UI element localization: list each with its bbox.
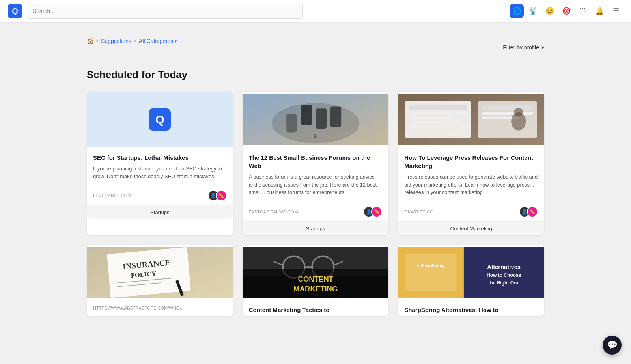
filter-chevron-icon: ▾ <box>541 44 544 50</box>
svg-rect-42 <box>405 254 457 291</box>
shield-icon-btn[interactable]: 🛡 <box>576 4 590 18</box>
breadcrumb-current-label: All Categories <box>139 38 173 44</box>
card-1-source: LEVERABLE.COM <box>93 193 131 198</box>
avatar-edit-2: ✏️ <box>371 206 382 217</box>
card-1-title: SEO for Startups: Lethal Mistakes <box>93 153 227 162</box>
card-3-body: How To Leverage Press Releases For Conte… <box>398 147 544 196</box>
logo[interactable]: Q <box>8 4 22 18</box>
card-2-source: FASTCAPITAL360.COM <box>249 209 298 214</box>
svg-rect-37 <box>243 269 389 298</box>
svg-rect-13 <box>409 117 453 119</box>
card-1-tag-btn[interactable]: Startups <box>87 205 233 219</box>
card-1-image-placeholder: Q <box>87 92 233 147</box>
svg-text:How to Choose: How to Choose <box>487 273 521 278</box>
card-6-title: SharpSpring Alternatives: How to <box>404 306 538 314</box>
breadcrumb-sep-1: > <box>96 38 99 44</box>
card-3-avatars: 👤 ✏️ <box>519 206 538 217</box>
card-1-desc: If you're planning a startup, you need a… <box>93 165 227 180</box>
card-4[interactable]: INSURANCE POLICY https://www.abstractops… <box>87 245 233 316</box>
breadcrumb-sep-2: > <box>134 38 136 44</box>
card-1-logo: Q <box>149 108 171 131</box>
breadcrumb-row: 🏠 > Suggestions > All Categories ▾ Filte… <box>87 38 544 57</box>
globe-icon-btn[interactable]: 🌐 <box>510 4 524 18</box>
svg-rect-17 <box>482 105 533 110</box>
header-icons: 🌐 📡 😊 🎯 🛡 🔔 ☰ <box>510 4 623 18</box>
avatar-edit: ✏️ <box>216 190 227 201</box>
card-2-avatars: 👤 ✏️ <box>363 206 382 217</box>
svg-rect-12 <box>409 112 467 115</box>
rss-icon-btn[interactable]: 📡 <box>526 4 540 18</box>
svg-rect-6 <box>286 114 297 132</box>
svg-text:⋄ SharpSpring: ⋄ SharpSpring <box>417 263 445 268</box>
card-1[interactable]: Q SEO for Startups: Lethal Mistakes If y… <box>87 92 233 235</box>
card-5[interactable]: CONTENT MARKETING Content Marketing Tact… <box>243 245 389 316</box>
card-4-body: https://www.abstractops.com/who-... <box>87 300 233 314</box>
page-title: Scheduled for Today <box>87 69 544 81</box>
smiley-icon-btn[interactable]: 😊 <box>543 4 557 18</box>
card-2-footer: FASTCAPITAL360.COM 👤 ✏️ <box>243 202 389 221</box>
card-3-title: How To Leverage Press Releases For Conte… <box>404 153 538 170</box>
card-2-desc: A business forum is a great resource for… <box>249 173 383 196</box>
breadcrumb-home[interactable]: 🏠 <box>87 38 93 44</box>
svg-rect-3 <box>301 105 312 125</box>
card-2-body: The 12 Best Small Business Forums on the… <box>243 147 389 196</box>
card-2-tag-btn[interactable]: Startups <box>243 221 389 235</box>
target-icon-btn[interactable]: 🎯 <box>559 4 573 18</box>
card-1-footer: LEVERABLE.COM 👤 ✏️ <box>87 186 233 205</box>
card-1-avatars: 👤 ✏️ <box>208 190 227 201</box>
card-3-desc: Press releases can be used to generate w… <box>404 173 538 196</box>
breadcrumb: 🏠 > Suggestions > All Categories ▾ <box>87 38 177 44</box>
card-6-body: SharpSpring Alternatives: How to <box>398 300 544 316</box>
card-5-title: Content Marketing Tactics to <box>249 306 383 314</box>
card-2-image: 📱 <box>243 92 389 147</box>
svg-text:📱: 📱 <box>313 134 318 139</box>
breadcrumb-current[interactable]: All Categories ▾ <box>139 38 177 44</box>
search-input[interactable] <box>27 4 303 19</box>
chat-bubble-btn[interactable]: 💬 <box>603 336 622 355</box>
svg-rect-11 <box>409 105 467 110</box>
card-3-tag-btn[interactable]: Content Marketing <box>398 221 544 235</box>
card-2-title: The 12 Best Small Business Forums on the… <box>249 153 383 170</box>
svg-text:the Right One: the Right One <box>489 280 520 285</box>
header: Q 🌐 📡 😊 🎯 🛡 🔔 ☰ <box>0 0 631 22</box>
card-1-body: SEO for Startups: Lethal Mistakes If you… <box>87 147 233 180</box>
breadcrumb-chevron-icon: ▾ <box>175 39 177 44</box>
svg-rect-15 <box>409 125 446 128</box>
menu-icon-btn[interactable]: ☰ <box>609 4 623 18</box>
card-4-source: https://www.abstractops.com/who-... <box>93 306 227 310</box>
card-4-image: INSURANCE POLICY <box>87 245 233 300</box>
svg-rect-14 <box>409 121 460 124</box>
chat-icon: 💬 <box>607 340 618 350</box>
card-3-footer: OKWRITE.CO 👤 ✏️ <box>398 202 544 221</box>
svg-rect-5 <box>330 107 341 127</box>
main-content: 🏠 > Suggestions > All Categories ▾ Filte… <box>79 22 552 332</box>
card-5-image: CONTENT MARKETING <box>243 245 389 300</box>
svg-text:CONTENT: CONTENT <box>298 275 333 283</box>
svg-rect-4 <box>316 108 327 129</box>
card-6-image: ⋄ SharpSpring Alternatives How to Choose… <box>398 245 544 300</box>
cards-grid-bottom: INSURANCE POLICY https://www.abstractops… <box>87 245 544 316</box>
card-3-source: OKWRITE.CO <box>404 209 433 214</box>
card-2[interactable]: 📱 The 12 Best Small Business Forums on t… <box>243 92 389 235</box>
card-6[interactable]: ⋄ SharpSpring Alternatives How to Choose… <box>398 245 544 316</box>
svg-text:Alternatives: Alternatives <box>487 263 521 270</box>
avatar-edit-3: ✏️ <box>527 206 538 217</box>
card-3-image <box>398 92 544 147</box>
logo-text: Q <box>12 7 18 16</box>
svg-point-21 <box>514 108 523 116</box>
svg-rect-18 <box>482 112 533 115</box>
breadcrumb-suggestions[interactable]: Suggestions <box>101 38 131 44</box>
filter-by-profile-btn[interactable]: Filter by profile ▾ <box>503 44 544 50</box>
filter-label: Filter by profile <box>503 44 539 50</box>
bell-icon-btn[interactable]: 🔔 <box>592 4 607 18</box>
svg-text:MARKETING: MARKETING <box>293 285 338 293</box>
card-3[interactable]: How To Leverage Press Releases For Conte… <box>398 92 544 235</box>
cards-grid: Q SEO for Startups: Lethal Mistakes If y… <box>87 92 544 235</box>
card-5-body: Content Marketing Tactics to <box>243 300 389 316</box>
